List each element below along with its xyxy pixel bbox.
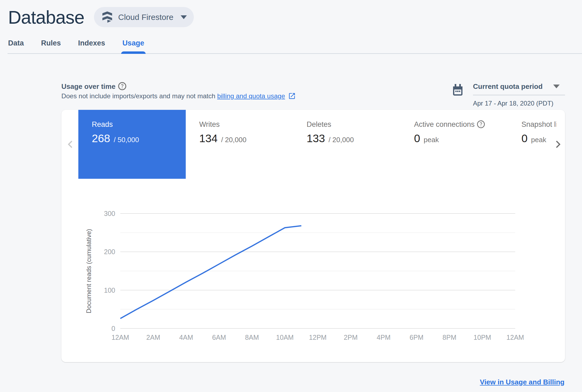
svg-text:100: 100 bbox=[104, 286, 115, 294]
calendar-icon bbox=[453, 84, 463, 96]
firestore-usage-page: Database Cloud Firestore Data Rules Inde… bbox=[0, 0, 582, 392]
page-title: Database bbox=[8, 6, 84, 29]
tab-rules[interactable]: Rules bbox=[41, 37, 61, 49]
usage-card: Reads 268/ 50,000 Writes 134/ 20,000 Del… bbox=[61, 110, 565, 362]
tab-bar: Data Rules Indexes Usage bbox=[8, 37, 582, 54]
caret-down-icon bbox=[553, 85, 560, 88]
quota-period-dropdown[interactable]: Current quota period Apr 17 - Apr 18, 20… bbox=[473, 82, 565, 107]
caret-down-icon bbox=[181, 15, 187, 19]
help-icon[interactable] bbox=[118, 82, 127, 91]
svg-text:Document reads (cumulative): Document reads (cumulative) bbox=[85, 229, 92, 313]
svg-text:6PM: 6PM bbox=[410, 334, 423, 341]
quota-period-selector: Current quota period Apr 17 - Apr 18, 20… bbox=[453, 82, 565, 107]
svg-text:2AM: 2AM bbox=[146, 334, 160, 341]
svg-text:8AM: 8AM bbox=[245, 334, 259, 341]
usage-line-chart: 010020030012AM2AM4AM6AM8AM10AM12PM2PM4PM… bbox=[61, 110, 565, 362]
svg-text:12AM: 12AM bbox=[506, 334, 524, 341]
product-selector-label: Cloud Firestore bbox=[118, 13, 173, 22]
svg-text:12PM: 12PM bbox=[309, 334, 327, 341]
svg-text:2PM: 2PM bbox=[344, 334, 357, 341]
description-text: Does not include imports/exports and may… bbox=[61, 92, 215, 100]
usage-header: Usage over time Does not include imports… bbox=[61, 82, 565, 100]
svg-text:12AM: 12AM bbox=[111, 334, 129, 341]
quota-period-row[interactable]: Current quota period bbox=[473, 82, 565, 95]
view-usage-billing-link[interactable]: View in Usage and Billing bbox=[480, 378, 565, 386]
billing-quota-usage-link[interactable]: billing and quota usage bbox=[217, 92, 285, 100]
tab-data[interactable]: Data bbox=[8, 37, 24, 49]
svg-text:0: 0 bbox=[111, 325, 115, 332]
svg-text:6AM: 6AM bbox=[212, 334, 226, 341]
product-selector[interactable]: Cloud Firestore bbox=[94, 7, 194, 27]
quota-period-range: Apr 17 - Apr 18, 2020 (PDT) bbox=[473, 99, 565, 107]
svg-text:200: 200 bbox=[104, 248, 115, 256]
svg-text:300: 300 bbox=[104, 210, 115, 217]
svg-text:8PM: 8PM bbox=[443, 334, 456, 341]
quota-period-label: Current quota period bbox=[473, 82, 543, 91]
tab-indexes[interactable]: Indexes bbox=[78, 37, 105, 49]
svg-text:10PM: 10PM bbox=[474, 334, 491, 341]
usage-over-time-title: Usage over time bbox=[61, 82, 115, 91]
svg-text:10AM: 10AM bbox=[276, 334, 294, 341]
svg-text:4PM: 4PM bbox=[377, 334, 390, 341]
svg-text:4AM: 4AM bbox=[179, 334, 193, 341]
open-in-new-icon[interactable] bbox=[288, 92, 296, 100]
tab-usage[interactable]: Usage bbox=[122, 37, 144, 49]
firestore-icon bbox=[102, 11, 113, 23]
